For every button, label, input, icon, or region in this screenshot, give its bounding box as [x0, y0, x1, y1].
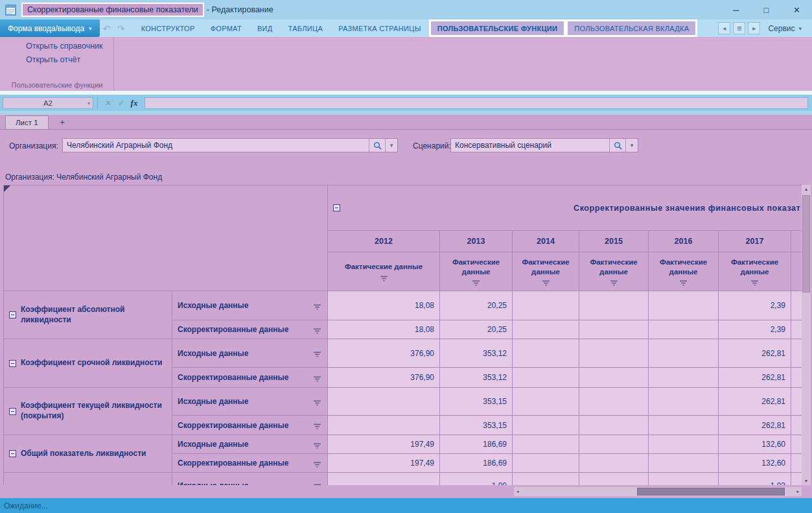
data-kind-header[interactable]: Фактические данные — [513, 252, 579, 291]
filter-icon[interactable] — [380, 275, 388, 281]
ribbon-tab[interactable]: ТАБЛИЦА — [281, 19, 331, 37]
chevron-down-icon[interactable]: ▾ — [625, 139, 638, 152]
filter-icon[interactable] — [472, 280, 480, 285]
value-cell[interactable] — [579, 416, 649, 435]
value-cell[interactable]: 2,39 — [719, 320, 791, 339]
value-cell[interactable] — [579, 291, 649, 320]
add-sheet-button[interactable]: + — [52, 115, 73, 129]
collapse-icon[interactable] — [333, 204, 340, 211]
year-header[interactable]: 2012 — [328, 231, 440, 252]
ribbon-command[interactable]: Открыть отчёт — [26, 55, 113, 64]
scroll-up-icon[interactable]: ▲ — [802, 187, 811, 191]
series-type-cell[interactable]: Исходные данные — [172, 473, 328, 486]
ribbon-tab[interactable]: ФОРМАТ — [203, 19, 249, 37]
collapse-icon[interactable] — [9, 360, 16, 367]
data-kind-header[interactable]: Фактические данные — [649, 252, 719, 291]
value-cell[interactable] — [579, 320, 649, 339]
value-cell[interactable]: 262,81 — [719, 339, 791, 368]
value-cell[interactable] — [328, 388, 440, 416]
formula-input[interactable] — [145, 97, 808, 109]
indicator-cell[interactable] — [4, 473, 172, 486]
scroll-tabs-right-button[interactable]: ▸ — [748, 22, 760, 34]
value-cell[interactable] — [649, 473, 719, 486]
io-menu-button[interactable]: Форма ввода/вывода ▾ — [0, 19, 100, 37]
value-cell[interactable]: 2,39 — [719, 291, 791, 320]
value-cell[interactable] — [579, 435, 649, 454]
ribbon-tab[interactable]: ПОЛЬЗОВАТЕЛЬСКИЕ ФУНКЦИИ — [429, 19, 566, 37]
value-cell[interactable] — [649, 435, 719, 454]
ribbon-tab[interactable]: КОНСТРУКТОР — [133, 19, 203, 37]
value-cell[interactable] — [513, 368, 579, 388]
value-cell[interactable]: 1,03 — [719, 473, 791, 486]
filter-icon[interactable] — [542, 280, 550, 285]
vertical-scrollbar[interactable]: ▲ ▼ — [802, 185, 811, 485]
scroll-tabs-left-button[interactable]: ◂ — [718, 22, 730, 34]
value-cell[interactable] — [579, 388, 649, 416]
year-header[interactable]: 2017 — [719, 231, 791, 252]
filter-icon[interactable] — [314, 327, 321, 333]
value-cell[interactable] — [649, 416, 719, 435]
series-type-cell[interactable]: Исходные данные — [172, 435, 328, 454]
value-cell[interactable] — [579, 339, 649, 368]
maximize-button[interactable]: □ — [751, 0, 782, 19]
confirm-icon[interactable]: ✓ — [115, 99, 128, 108]
filter-icon[interactable] — [314, 375, 321, 381]
value-cell[interactable]: 18,08 — [328, 291, 440, 320]
tab-list-button[interactable]: ≣ — [733, 22, 745, 34]
close-button[interactable]: ✕ — [782, 0, 812, 19]
service-menu-button[interactable]: Сервис ▾ — [763, 24, 807, 33]
ribbon-tab[interactable]: РАЗМЕТКА СТРАНИЦЫ — [331, 19, 429, 37]
series-type-cell[interactable]: Исходные данные — [172, 388, 328, 416]
filter-icon[interactable] — [314, 460, 321, 466]
series-type-cell[interactable]: Исходные данные — [172, 291, 328, 320]
filter-icon[interactable] — [610, 280, 618, 285]
search-icon[interactable] — [369, 139, 385, 152]
value-cell[interactable] — [513, 454, 579, 473]
value-cell[interactable] — [513, 388, 579, 416]
data-kind-header[interactable]: Фактические данные — [328, 252, 440, 291]
value-cell[interactable]: 20,25 — [440, 291, 513, 320]
chevron-down-icon[interactable]: ▾ — [385, 139, 397, 152]
year-header[interactable]: 2016 — [649, 231, 719, 252]
value-cell[interactable]: 132,60 — [719, 435, 791, 454]
year-header[interactable]: 2014 — [513, 231, 579, 252]
value-cell[interactable] — [513, 320, 579, 339]
value-cell[interactable]: 186,69 — [440, 435, 513, 454]
sheet-tab[interactable]: Лист 1 — [5, 115, 49, 129]
value-cell[interactable] — [513, 291, 579, 320]
chevron-down-icon[interactable]: ▾ — [87, 101, 90, 106]
filter-icon[interactable] — [314, 422, 321, 428]
table-title-cell[interactable]: Скорректированные значения финансовых по… — [328, 185, 802, 231]
value-cell[interactable]: 353,12 — [440, 368, 513, 388]
value-cell[interactable] — [649, 368, 719, 388]
year-header[interactable]: 2015 — [579, 231, 649, 252]
value-cell[interactable]: 1,00 — [440, 473, 513, 486]
filter-icon[interactable] — [314, 350, 321, 356]
horizontal-scrollbar[interactable]: ◂ ▸ — [514, 487, 802, 496]
insert-function-icon[interactable]: fx — [128, 98, 141, 108]
filter-icon[interactable] — [314, 442, 321, 447]
value-cell[interactable]: 353,15 — [440, 388, 513, 416]
scenario-field[interactable]: Консервативный сценарий ▾ — [450, 138, 638, 152]
collapse-icon[interactable] — [9, 311, 16, 318]
series-type-cell[interactable]: Скорректированные данные — [172, 320, 328, 339]
filter-icon[interactable] — [680, 280, 687, 285]
value-cell[interactable] — [649, 388, 719, 416]
data-kind-header[interactable]: Фактические данные — [579, 252, 649, 291]
scroll-left-icon[interactable]: ◂ — [516, 489, 519, 494]
minimize-button[interactable]: ─ — [721, 0, 751, 19]
value-cell[interactable] — [649, 454, 719, 473]
value-cell[interactable] — [579, 473, 649, 486]
cell-reference-box[interactable]: A2 ▾ — [3, 97, 93, 109]
value-cell[interactable]: 186,69 — [440, 454, 513, 473]
filter-icon[interactable] — [751, 280, 758, 285]
value-cell[interactable]: 132,60 — [719, 454, 791, 473]
value-cell[interactable]: 197,49 — [328, 454, 440, 473]
value-cell[interactable] — [328, 473, 440, 486]
ribbon-tab[interactable]: ПОЛЬЗОВАТЕЛЬСКАЯ ВКЛАДКА — [566, 19, 697, 37]
indicator-cell[interactable]: Коэффициент срочной ликвидности — [4, 339, 172, 388]
vertical-scrollbar-thumb[interactable] — [802, 195, 810, 292]
value-cell[interactable]: 262,81 — [719, 368, 791, 388]
horizontal-scrollbar-thumb[interactable] — [637, 488, 785, 495]
value-cell[interactable]: 262,81 — [719, 416, 791, 435]
